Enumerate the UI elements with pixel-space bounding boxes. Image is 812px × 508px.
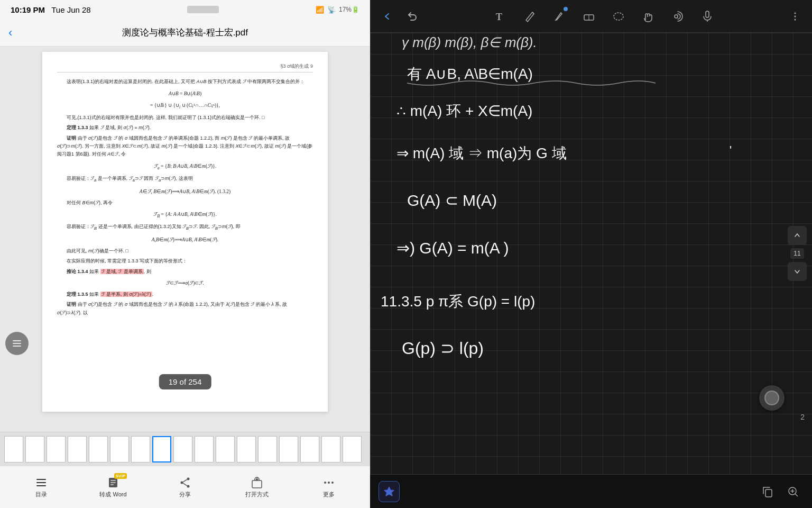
text-tool-button[interactable]: T — [490, 6, 511, 27]
sub-page-number: 2 — [800, 413, 805, 421]
formula-fa: ℱa = {B: B·A∪B, A\B∈m(ℱ)}. — [57, 162, 313, 171]
toolbar-share-label: 分享 — [179, 491, 191, 498]
active-tool-dot — [564, 7, 568, 11]
thumb-17[interactable] — [343, 436, 362, 462]
svg-text:G(A)  ⊂  M(A): G(A) ⊂ M(A) — [407, 192, 497, 209]
pen-tool-icon — [523, 10, 537, 23]
theorem-135: 定理 1.3.5 如果 ℱ 是半系, 则 σ(ℱ)=λ(ℱ). — [57, 291, 313, 298]
svg-rect-7 — [110, 480, 116, 481]
thumb-2[interactable] — [25, 436, 44, 462]
notes-bottom-left — [379, 481, 400, 502]
toolbar-open-in[interactable]: 打开方式 — [241, 476, 273, 498]
copy-page-button[interactable] — [757, 481, 778, 502]
svg-text:有 A∪B,  A\B∈m(A): 有 A∪B, A\B∈m(A) — [407, 66, 533, 82]
pdf-para-5: 容易验证：ℱB 还是一个单调系, 由已证得的(1.3.2)又知 ℱB⊃ℱ. 因此… — [57, 223, 313, 232]
svg-text:G(p)  ⊃  l(p): G(p) ⊃ l(p) — [402, 339, 484, 358]
pdf-bottom-toolbar: 目录 SVIP 转成 Word 分享 — [0, 466, 370, 508]
notes-back-button[interactable] — [376, 6, 398, 27]
thumb-12[interactable] — [237, 436, 256, 462]
pdf-para-1: 这表明(1.3.1)的右端对差的运算是封闭的. 在此基础上, 又可把 A∪B 按… — [57, 78, 313, 86]
pen-tool-button[interactable] — [519, 6, 540, 27]
toolbar-convert-label: 转成 Word — [99, 491, 126, 498]
highlight-134: ℱ 是域, ℱ 是单调系 — [100, 269, 144, 274]
notes-back-icon — [381, 11, 393, 22]
thumb-3[interactable] — [47, 436, 66, 462]
thumb-11[interactable] — [216, 436, 235, 462]
svg-text:⇒ m(A)  域  ⇒ m(a)为 G 域: ⇒ m(A) 域 ⇒ m(a)为 G 域 — [396, 145, 567, 161]
toolbar-convert[interactable]: SVIP 转成 Word — [97, 476, 129, 498]
notes-toolbar-left — [376, 6, 423, 27]
audio-icon — [671, 10, 685, 23]
undo-button[interactable] — [402, 6, 423, 27]
star-button[interactable] — [379, 481, 400, 502]
thumb-16[interactable] — [321, 436, 340, 462]
svg-text:⇒)  G(A)  =  m(A ): ⇒) G(A) = m(A ) — [396, 239, 509, 257]
pdf-page: §3 σ域的生成 9 这表明(1.3.1)的右端对差的运算是封闭的. 在此基础上… — [42, 52, 328, 412]
thumb-5[interactable] — [89, 436, 108, 462]
handwritten-notes: γ m(β) m(β), β∈ m(β). 有 A∪B, A\B∈m(A) ∴ … — [370, 33, 812, 474]
eraser-icon — [582, 10, 596, 23]
thumb-8-active[interactable] — [152, 436, 171, 462]
drawing-area[interactable]: γ m(β) m(β), β∈ m(β). 有 A∪B, A\B∈m(A) ∴ … — [370, 33, 812, 474]
toolbar-share[interactable]: 分享 — [169, 476, 201, 498]
eraser-tool-button[interactable] — [578, 6, 599, 27]
thumb-10[interactable] — [195, 436, 214, 462]
status-date: Tue Jun 28 — [51, 5, 91, 14]
toolbar-toc[interactable]: 目录 — [25, 476, 57, 498]
page-down-button[interactable] — [788, 262, 807, 281]
svg-point-16 — [324, 482, 326, 484]
svg-point-23 — [675, 15, 678, 18]
formula-5: A,B∈m(ℱ)⟹A∪B, A\B∈m(ℱ). — [57, 235, 313, 244]
notes-more-button[interactable] — [785, 6, 806, 27]
more-icon — [322, 476, 335, 489]
thumb-1[interactable] — [4, 436, 23, 462]
zoom-button[interactable] — [782, 481, 804, 502]
svg-rect-5 — [36, 485, 46, 486]
status-time: 10:19 PM — [11, 5, 45, 14]
thumb-4[interactable] — [68, 436, 87, 462]
hand-tool-button[interactable] — [638, 6, 659, 27]
thumb-9[interactable] — [173, 436, 192, 462]
pdf-para-4: 对任何 B∈m(ℱ), 再令 — [57, 199, 313, 207]
thumb-7[interactable] — [131, 436, 150, 462]
thumb-13[interactable] — [258, 436, 277, 462]
svg-rect-15 — [252, 480, 262, 488]
lasso-tool-button[interactable] — [608, 6, 629, 27]
svg-text:11.3.5   p   π系     G(p)  =  l: 11.3.5 p π系 G(p) = l(p) — [381, 293, 535, 310]
battery-icon: 17%🔋 — [339, 6, 359, 13]
brush-indicator[interactable] — [759, 385, 785, 411]
svg-point-11 — [181, 481, 183, 484]
formula-1: A∪B = B∪(A\B) — [57, 89, 313, 98]
svg-rect-3 — [36, 479, 46, 480]
svg-point-22 — [614, 13, 623, 20]
proof-135: 证明 由于 σ(ℱ)是包含 ℱ 的 σ 域因而也是包含 ℱ 的 λ 系(命题 1… — [57, 301, 313, 317]
svg-rect-2 — [13, 346, 21, 347]
chevron-up-icon — [793, 231, 801, 240]
mic-tool-button[interactable] — [697, 6, 718, 27]
toc-toolbar-icon — [35, 476, 48, 489]
svg-point-27 — [795, 15, 796, 17]
thumb-6[interactable] — [110, 436, 129, 462]
toolbar-more[interactable]: 更多 — [313, 476, 345, 498]
audio-tool-button[interactable] — [667, 6, 688, 27]
svg-text:': ' — [730, 143, 732, 157]
notes-page-number: 11 — [790, 248, 804, 259]
page-up-button[interactable] — [788, 226, 807, 245]
signal-icon: 📶 — [316, 6, 324, 14]
svg-line-14 — [183, 483, 187, 486]
thumb-15[interactable] — [300, 436, 319, 462]
formula-134: ℱ⊂ℱ⟹σ(ℱ)⊂ℱ. — [57, 279, 313, 287]
chevron-down-icon — [793, 267, 801, 276]
svg-point-12 — [187, 485, 190, 487]
toc-float-button[interactable] — [5, 332, 29, 355]
highlight-135: ℱ 是半系, 则 σ(ℱ)=λ(ℱ) — [100, 292, 152, 297]
notes-toolbar: T — [370, 0, 812, 33]
thumb-14[interactable] — [279, 436, 298, 462]
svg-rect-0 — [13, 340, 21, 341]
pdf-content-area: §3 σ域的生成 9 这表明(1.3.1)的右端对差的运算是封闭的. 在此基础上… — [0, 47, 370, 432]
mic-icon — [700, 10, 714, 23]
marker-tool-button[interactable] — [549, 6, 570, 27]
wifi-icon: 📡 — [327, 6, 336, 14]
toolbar-toc-label: 目录 — [35, 491, 47, 498]
back-button[interactable]: ‹ — [8, 26, 30, 40]
